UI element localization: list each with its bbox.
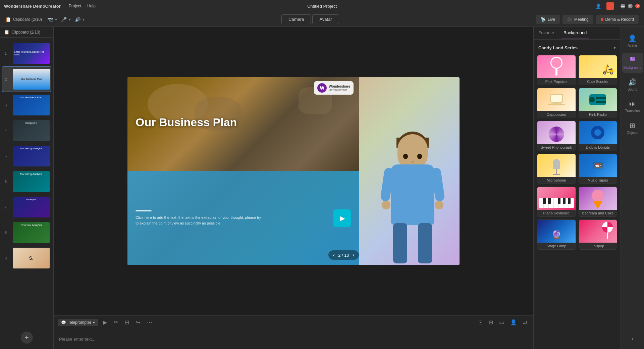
main-canvas: W Wondershare DemoCreator Our Business P… — [127, 77, 460, 265]
svg-rect-0 — [630, 57, 635, 61]
bg-item-music-tapes[interactable]: 📼 Music Tapes — [579, 154, 618, 184]
mic-dropdown-icon[interactable]: ▾ — [69, 17, 71, 22]
slide-item[interactable]: 8 Financial Analysis — [2, 220, 51, 245]
teleprompter-share-button[interactable]: ⇄ — [521, 318, 529, 327]
clipboard-header: 📋 Clipboard (2/10) — [0, 27, 53, 38]
slide-item[interactable]: 9 S. — [2, 246, 51, 270]
sidebar-item-transition[interactable]: ⏭ Transition — [622, 97, 643, 116]
minimize-button[interactable]: — — [621, 4, 625, 8]
bg-label-pink-popsicle: Pink Popsicle — [537, 78, 576, 85]
bg-item-digbys-donuts[interactable]: Digbys Donuts — [579, 121, 618, 151]
camera-icon: 📷 — [47, 17, 53, 22]
demo-record-button[interactable]: Demo & Record — [596, 15, 639, 24]
teleprompter-screen-button[interactable]: ⊡ — [476, 318, 485, 327]
bg-item-stage-lamp[interactable]: 🔮 Stage Lamp — [537, 219, 576, 250]
close-button[interactable]: ✕ — [635, 4, 640, 8]
piano-black-key — [548, 198, 550, 204]
bg-item-microphone[interactable]: Microphone — [537, 154, 576, 184]
teleprompter-more-button[interactable]: ⋯ — [145, 318, 154, 327]
wondershare-logo: W Wondershare DemoCreator — [314, 81, 354, 95]
teleprompter-toolbar: 💬 Teleprompter ▾ ▶ ✏ ⊟ ↪ ⋯ ⊡ ⊞ ▭ 👤 ⇄ — [54, 316, 533, 329]
add-slide-button[interactable]: + — [21, 332, 33, 344]
avatar-3d — [366, 117, 460, 265]
slide-number: 7 — [5, 205, 10, 209]
play-arrow-button[interactable]: ▶ — [333, 209, 351, 227]
bg-thumb-microphone — [537, 154, 576, 177]
tab-favorite[interactable]: Favorite — [536, 27, 556, 39]
sidebar-item-sound[interactable]: 🔊 Sound — [622, 75, 643, 95]
rec-indicator — [606, 2, 614, 10]
sidebar-item-avatar[interactable]: 👤 Avatar — [622, 31, 643, 51]
piano-icon — [539, 198, 574, 208]
tab-background[interactable]: Background — [561, 27, 589, 39]
teleprompter-person-button[interactable]: 👤 — [508, 318, 519, 327]
teleprompter-text-input[interactable] — [54, 329, 533, 349]
slide-number: 3 — [5, 103, 10, 107]
teleprompter-dropdown-button[interactable]: 💬 Teleprompter ▾ — [58, 319, 98, 326]
bg-item-sweet-phonograph[interactable]: Sweet Phonograph — [537, 121, 576, 151]
camera-mode-button[interactable]: Camera — [281, 14, 311, 24]
bg-thumb-music-tapes: 📼 — [579, 154, 617, 177]
series-title: Candy Land Series — [538, 45, 578, 50]
next-page-button[interactable]: › — [353, 252, 354, 258]
bg-thumb-digbys-donuts — [579, 121, 617, 144]
sidebar-item-background[interactable]: Background — [622, 53, 643, 73]
slide-item[interactable]: 6 Marketing Analysis — [2, 169, 51, 194]
bg-item-pink-popsicle[interactable]: Pink Popsicle — [537, 55, 576, 85]
clipboard-header-icon: 📋 — [4, 30, 9, 35]
panel-expand-button[interactable]: › — [629, 333, 636, 345]
slide-lower: Click here to add the text, the text is … — [127, 171, 359, 265]
svg-rect-1 — [631, 57, 632, 59]
bg-item-lollipop[interactable]: Lollipop — [579, 219, 618, 250]
maximize-button[interactable]: □ — [628, 4, 633, 8]
avatar-figure — [369, 124, 456, 265]
live-button[interactable]: 📡 Live — [536, 15, 560, 24]
teleprompter-camera-button[interactable]: ⊞ — [487, 318, 495, 327]
teleprompter-panel-button[interactable]: ▭ — [497, 318, 506, 327]
camera-dropdown-icon[interactable]: ▾ — [55, 17, 57, 22]
teleprompter-chevron-icon: ▾ — [93, 320, 95, 325]
slide-item[interactable]: 1 Share Your Idea, Decide The World — [2, 41, 51, 66]
cappuccino-icon — [548, 94, 565, 105]
avatar-hand-left — [382, 201, 390, 209]
bg-item-icecream-cake[interactable]: Icecream and Cake — [579, 187, 618, 217]
page-indicator: 2 / 10 — [338, 253, 349, 258]
background-label: Background — [624, 66, 641, 69]
slide-item[interactable]: 2 Our Business Plan — [2, 66, 51, 92]
avatar-mode-button[interactable]: Avatar — [312, 14, 339, 24]
teleprompter-play-button[interactable]: ▶ — [101, 318, 109, 327]
bg-item-pink-radio[interactable]: Pink Radio — [579, 88, 618, 118]
slide-list: 1 Share Your Idea, Decide The World 2 Ou… — [0, 38, 53, 326]
sidebar-item-objects[interactable]: ⊞ Objects — [622, 118, 643, 138]
lower-content: Click here to add the text, the text is … — [136, 210, 263, 226]
slide-item[interactable]: 3 Our Business Plan — [2, 93, 51, 117]
objects-icon: ⊞ — [630, 121, 635, 130]
microphone-icon — [553, 159, 560, 175]
slide-number: 6 — [5, 180, 10, 184]
slide-item[interactable]: 5 Marketing Analysis — [2, 144, 51, 168]
phonograph-icon — [549, 127, 564, 142]
ws-logo-icon: W — [317, 83, 327, 93]
bg-item-cappuccino[interactable]: Cappuccino — [537, 88, 576, 118]
prev-page-button[interactable]: ‹ — [333, 252, 335, 258]
teleprompter-export-button[interactable]: ↪ — [134, 318, 142, 327]
speaker-dropdown-icon[interactable]: ▾ — [83, 17, 85, 22]
record-dot-icon — [601, 18, 603, 21]
bg-thumb-piano-keyboard — [537, 187, 576, 210]
meeting-button[interactable]: 🎥 Meeting — [562, 15, 593, 24]
teleprompter-edit-button[interactable]: ✏ — [112, 318, 120, 327]
teleprompter-layout-button[interactable]: ⊟ — [123, 318, 131, 327]
bg-item-cute-scooter[interactable]: 🛵 Cute Scooter — [579, 55, 618, 85]
bg-item-piano-keyboard[interactable]: Piano Keyboard — [537, 187, 576, 217]
menu-project[interactable]: Project — [69, 4, 81, 8]
lower-paragraph: Click here to add the text, the text is … — [136, 215, 263, 226]
series-dropdown-icon[interactable]: ▾ — [613, 45, 616, 50]
slide-thumbnail: Financial Analysis — [13, 222, 50, 243]
menu-help[interactable]: Help — [87, 4, 96, 8]
icecream-icon — [592, 190, 603, 209]
app-title: Wondershare DemoCreator — [4, 4, 61, 9]
canvas-area: W Wondershare DemoCreator Our Business P… — [54, 27, 533, 349]
slide-item[interactable]: 7 Analysis — [2, 195, 51, 219]
bg-label-pink-radio: Pink Radio — [579, 111, 617, 118]
slide-item[interactable]: 4 Chapter II — [2, 118, 51, 143]
